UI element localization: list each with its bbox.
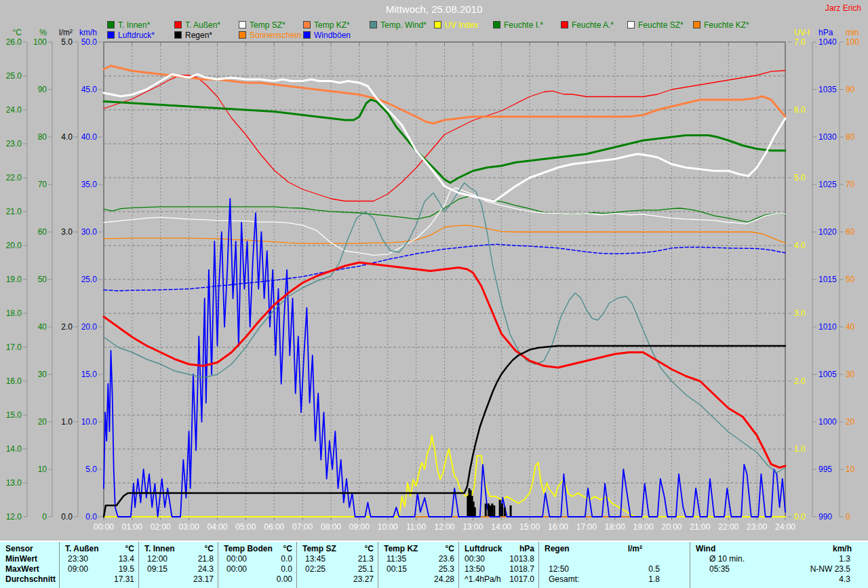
column-unit: °C — [365, 544, 378, 554]
cell-time: Ø 10 min. — [690, 554, 745, 564]
svg-text:15.0: 15.0 — [6, 410, 22, 420]
svg-text:5.0: 5.0 — [61, 37, 73, 47]
table-cell: 12:500.5 — [539, 564, 690, 574]
svg-text:19:00: 19:00 — [633, 522, 654, 532]
legend-label: UV Index — [445, 20, 478, 30]
legend-item: Temp SZ* — [239, 20, 285, 29]
cell-value: 25.3 — [439, 564, 458, 574]
svg-text:15.0: 15.0 — [81, 370, 98, 379]
cell-value: 13.4 — [119, 554, 138, 564]
svg-text:04:00: 04:00 — [207, 522, 227, 532]
legend-swatch — [370, 21, 377, 28]
legend-swatch — [303, 21, 311, 28]
svg-text:13.0: 13.0 — [6, 478, 22, 488]
table-column-wind: Windkm/hØ 10 min.1.305:35N-NW 23.54.3 — [690, 542, 868, 588]
legend-swatch — [303, 31, 311, 39]
cell-value: 21.8 — [198, 554, 218, 564]
legend-swatch — [627, 21, 635, 28]
table-row-header: MaxWert — [0, 564, 59, 574]
legend-item: Temp KZ* — [303, 20, 350, 29]
cell-value: 4.3 — [839, 574, 868, 585]
cell-time: 11:35 — [378, 554, 406, 564]
table-cell: ^1.4hPa/h1017.0 — [459, 574, 538, 585]
svg-text:24:00: 24:00 — [775, 522, 795, 532]
cell-value: 25.1 — [358, 564, 378, 574]
cell-time: 00:30 — [459, 554, 485, 564]
legend-label: Temp SZ* — [250, 20, 285, 30]
table-cell: 23.27 — [297, 574, 378, 585]
table-cell: 00:000.0 — [218, 554, 296, 564]
svg-text:14:00: 14:00 — [491, 522, 511, 532]
legend-item: Windböen — [303, 31, 351, 39]
svg-text:°C: °C — [13, 28, 22, 37]
column-name: Temp KZ — [378, 544, 418, 554]
table-cell: Ø 10 min.1.3 — [690, 554, 868, 564]
svg-text:24.0: 24.0 — [6, 105, 22, 115]
svg-text:1015: 1015 — [818, 275, 837, 284]
legend-label: Temp KZ* — [314, 20, 350, 30]
column-name: T. Innen — [139, 544, 175, 554]
cell-value: 1.3 — [839, 554, 868, 564]
svg-text:05:00: 05:00 — [235, 522, 256, 532]
table-column-temp-boden: Temp Boden°C00:000.000:000.00.00 — [218, 542, 297, 588]
table-cell: 02:2525.1 — [297, 564, 378, 574]
svg-text:12.0: 12.0 — [6, 512, 22, 522]
svg-text:80: 80 — [38, 132, 47, 142]
cell-time — [539, 554, 549, 564]
svg-text:17.0: 17.0 — [6, 342, 22, 352]
legend-label: T. Innen* — [118, 20, 150, 30]
cell-time: ^1.4hPa/h — [459, 574, 501, 585]
svg-text:16:00: 16:00 — [548, 522, 568, 532]
cell-value: 1017.0 — [509, 574, 538, 585]
svg-text:20.0: 20.0 — [81, 322, 98, 332]
svg-text:3.0: 3.0 — [794, 309, 806, 318]
cell-value: 0.0 — [281, 554, 296, 564]
weather-chart: 12.013.014.015.016.017.018.019.020.021.0… — [0, 0, 868, 541]
svg-text:1.0: 1.0 — [61, 417, 73, 427]
svg-text:06:00: 06:00 — [264, 522, 284, 532]
svg-text:10: 10 — [38, 465, 47, 474]
svg-text:26.0: 26.0 — [6, 37, 22, 47]
legend-swatch — [693, 21, 701, 28]
svg-text:70: 70 — [846, 180, 855, 189]
svg-text:km/h: km/h — [79, 28, 97, 37]
svg-text:10:00: 10:00 — [378, 522, 398, 532]
svg-text:90: 90 — [38, 85, 47, 94]
table-cell: 23.17 — [139, 574, 218, 585]
cell-value: 24.28 — [434, 574, 458, 585]
svg-text:30: 30 — [846, 370, 855, 379]
cell-time — [60, 574, 68, 585]
svg-text:1030: 1030 — [818, 132, 837, 142]
cell-time — [218, 574, 226, 585]
svg-text:01:00: 01:00 — [122, 522, 142, 532]
svg-text:02:00: 02:00 — [151, 522, 171, 532]
svg-text:13:00: 13:00 — [462, 522, 483, 532]
svg-text:100: 100 — [33, 37, 47, 47]
column-unit: °C — [283, 544, 296, 554]
legend-item: Sonnenschein — [239, 31, 301, 39]
svg-text:5.0: 5.0 — [794, 173, 806, 182]
cell-time: 12:50 — [539, 564, 569, 574]
cell-time: 09:15 — [139, 564, 167, 574]
svg-text:12:00: 12:00 — [434, 522, 454, 532]
table-row-header: MinWert — [0, 554, 59, 564]
legend-item: Feuchte SZ* — [627, 20, 684, 29]
table-cell: 24.28 — [378, 574, 458, 585]
legend-swatch — [174, 21, 182, 28]
table-row-header: Sensor — [0, 544, 59, 554]
table-cell: 17.31 — [60, 574, 138, 585]
svg-text:21:00: 21:00 — [690, 522, 710, 532]
legend-label: Regen* — [185, 31, 212, 40]
stats-table: SensorMinWertMaxWertDurchschnittT. Außen… — [0, 541, 868, 588]
table-cell: 00:301013.8 — [459, 554, 538, 564]
legend-item: T. Außen* — [174, 20, 220, 29]
cell-time: 00:00 — [218, 554, 247, 564]
svg-text:60: 60 — [846, 227, 855, 237]
svg-text:30: 30 — [38, 370, 47, 379]
table-cell: 12:0021.8 — [139, 554, 218, 564]
table-cell: 13:501018.7 — [459, 564, 538, 574]
svg-text:0.0: 0.0 — [85, 512, 97, 522]
svg-text:08:00: 08:00 — [321, 522, 341, 532]
column-name: Temp Boden — [218, 544, 273, 554]
legend-item: T. Innen* — [107, 20, 150, 29]
